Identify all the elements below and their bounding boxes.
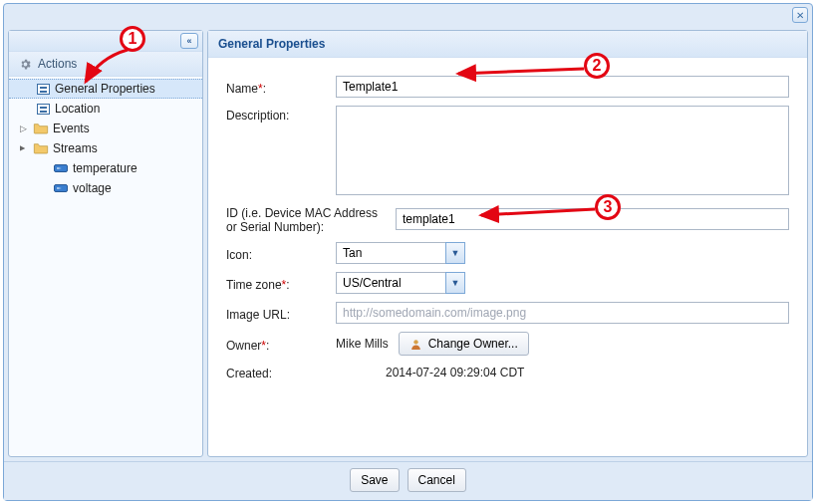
icon-combobox[interactable]: ▼ — [336, 242, 465, 264]
sidebar-item-label: Streams — [53, 141, 98, 155]
owner-value: Mike Mills — [336, 337, 389, 351]
label-image-url: Image URL: — [226, 305, 326, 322]
sidebar-header: « — [9, 31, 202, 52]
folder-icon — [33, 121, 49, 136]
main-panel: General Properties Name*: Description: I… — [207, 30, 808, 457]
stream-icon — [53, 180, 69, 196]
row-owner: Owner*: Mike Mills Change Owner... — [226, 332, 789, 356]
row-created: Created: 2014-07-24 09:29:04 CDT — [226, 364, 789, 380]
folder-icon — [33, 140, 49, 156]
expander-expanded-icon[interactable]: ▲ — [17, 142, 29, 154]
sidebar-item-general-properties[interactable]: General Properties — [9, 79, 202, 99]
row-description: Description: — [226, 106, 789, 195]
sidebar-item-streams[interactable]: ▲ Streams — [9, 138, 202, 158]
row-id: ID (i.e. Device MAC Address or Serial Nu… — [226, 203, 789, 234]
sidebar-item-label: voltage — [73, 181, 112, 195]
collapse-sidebar-button[interactable]: « — [180, 33, 198, 49]
icon-input[interactable] — [336, 242, 445, 264]
label-name: Name*: — [226, 79, 326, 96]
dialog-footer: Save Cancel — [4, 461, 812, 500]
label-owner: Owner*: — [226, 336, 326, 353]
label-id: ID (i.e. Device MAC Address or Serial Nu… — [226, 203, 386, 234]
sidebar-tree: General Properties Location ▷ Events — [9, 77, 202, 456]
dialog: ✕ « Actions — [3, 3, 813, 501]
description-textarea[interactable] — [336, 106, 789, 195]
id-input[interactable] — [396, 208, 789, 230]
timezone-input[interactable] — [336, 272, 445, 294]
sidebar-item-label: temperature — [73, 161, 137, 175]
sidebar-item-stream-temperature[interactable]: temperature — [9, 158, 202, 178]
chevrons-left-icon: « — [186, 36, 191, 46]
sidebar-item-stream-voltage[interactable]: voltage — [9, 178, 202, 198]
row-timezone: Time zone*: ▼ — [226, 272, 789, 294]
svg-point-0 — [413, 340, 417, 344]
properties-form: Name*: Description: ID (i.e. Device MAC … — [208, 58, 807, 456]
expander-collapsed-icon[interactable]: ▷ — [17, 123, 29, 134]
label-timezone: Time zone*: — [226, 275, 326, 292]
icon-dropdown-button[interactable]: ▼ — [445, 242, 465, 264]
row-icon: Icon: ▼ — [226, 242, 789, 264]
cancel-button[interactable]: Cancel — [408, 468, 466, 492]
chevron-down-icon: ▼ — [451, 248, 460, 258]
titlebar: ✕ — [4, 4, 812, 26]
stream-icon — [53, 160, 69, 176]
sidebar-section-label: Actions — [38, 57, 77, 71]
sidebar: « Actions General Properties — [8, 30, 203, 457]
required-marker: * — [261, 339, 266, 353]
sidebar-item-events[interactable]: ▷ Events — [9, 119, 202, 138]
sidebar-item-label: Events — [53, 122, 90, 135]
timezone-combobox[interactable]: ▼ — [336, 272, 465, 294]
label-icon: Icon: — [226, 245, 326, 262]
gear-icon — [19, 58, 32, 71]
required-marker: * — [258, 82, 263, 96]
close-icon: ✕ — [796, 10, 804, 21]
panel-title: General Properties — [208, 31, 807, 58]
image-url-input[interactable] — [336, 302, 789, 324]
created-value: 2014-07-24 09:29:04 CDT — [336, 366, 524, 379]
timezone-dropdown-button[interactable]: ▼ — [445, 272, 465, 294]
save-button[interactable]: Save — [350, 468, 399, 492]
change-owner-button[interactable]: Change Owner... — [399, 332, 529, 356]
chevron-down-icon: ▼ — [451, 278, 460, 288]
sidebar-item-label: Location — [55, 102, 100, 116]
label-description: Description: — [226, 106, 326, 123]
person-icon — [409, 338, 422, 351]
label-created: Created: — [226, 364, 326, 380]
form-icon — [35, 81, 51, 97]
sidebar-item-location[interactable]: Location — [9, 99, 202, 119]
dialog-body: « Actions General Properties — [4, 26, 812, 461]
name-input[interactable] — [336, 76, 789, 98]
change-owner-label: Change Owner... — [428, 337, 518, 351]
sidebar-section-actions: Actions — [9, 52, 202, 77]
row-image-url: Image URL: — [226, 302, 789, 324]
row-name: Name*: — [226, 76, 789, 98]
form-icon — [35, 101, 51, 117]
close-button[interactable]: ✕ — [792, 7, 808, 23]
sidebar-item-label: General Properties — [55, 82, 155, 96]
required-marker: * — [282, 278, 287, 292]
